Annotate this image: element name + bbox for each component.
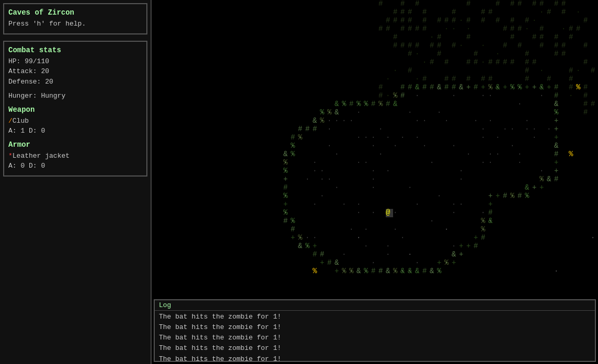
weapon-label: Weapon — [8, 105, 142, 114]
right-area: Log The bat hits the zombie for 1!The ba… — [152, 0, 598, 364]
game-map — [152, 0, 598, 297]
log-entry: The bat hits the zombie for 1! — [159, 333, 591, 343]
armor-name: Leather jacket — [13, 152, 70, 160]
log-panel: Log The bat hits the zombie for 1!The ba… — [154, 299, 596, 362]
log-entry: The bat hits the zombie for 1! — [159, 343, 591, 354]
combat-title: Combat stats — [8, 46, 142, 54]
combat-panel: Combat stats HP: 99/110 Attack: 20 Defen… — [3, 41, 147, 177]
armor-name-row: *Leather jacket — [8, 151, 142, 161]
main-layout: Caves of Zircon Press 'h' for help. Comb… — [0, 0, 598, 364]
weapon-name-row: /Club — [8, 116, 142, 126]
weapon-name: Club — [13, 117, 29, 125]
armor-icon: * — [8, 152, 13, 160]
weapon-stats: A: 1 D: 0 — [8, 126, 142, 136]
game-title: Caves of Zircon — [8, 8, 142, 17]
sidebar: Caves of Zircon Press 'h' for help. Comb… — [0, 0, 152, 364]
armor-stats: A: 0 D: 0 — [8, 161, 142, 171]
log-entry: The bat hits the zombie for 1! — [159, 312, 591, 322]
log-entry: The bat hits the zombie for 1! — [159, 354, 591, 364]
log-entries: The bat hits the zombie for 1!The bat hi… — [155, 311, 595, 364]
weapon-icon: / — [8, 117, 13, 125]
defense-display: Defense: 20 — [8, 77, 142, 87]
map-canvas — [152, 0, 598, 297]
log-title: Log — [155, 300, 595, 311]
armor-label: Armor — [8, 140, 142, 149]
help-text: Press 'h' for help. — [8, 19, 142, 29]
title-panel: Caves of Zircon Press 'h' for help. — [3, 3, 147, 34]
hunger-display: Hunger: Hungry — [8, 91, 142, 101]
log-entry: The bat hits the zombie for 1! — [159, 322, 591, 333]
attack-display: Attack: 20 — [8, 66, 142, 77]
hp-display: HP: 99/110 — [8, 56, 142, 67]
